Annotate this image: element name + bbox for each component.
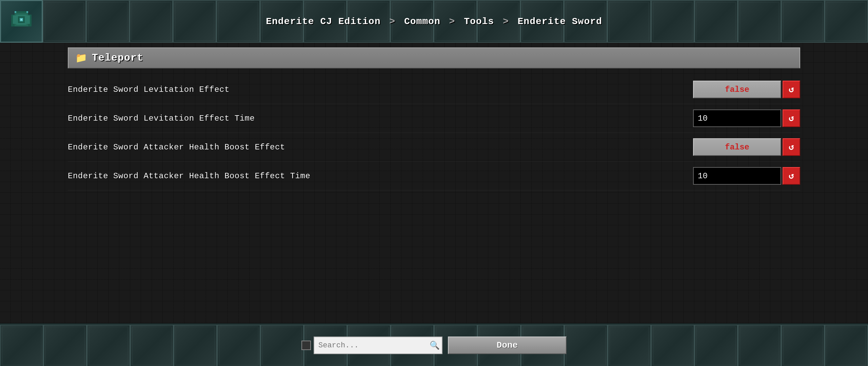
value-input-levitation-time[interactable]: 10 bbox=[693, 109, 781, 127]
top-tile bbox=[607, 0, 651, 43]
bottom-tile bbox=[260, 325, 304, 366]
config-label-health-boost-time: Enderite Sword Attacker Health Boost Eff… bbox=[68, 171, 310, 181]
search-icon: 🔍 bbox=[430, 341, 440, 350]
top-tile bbox=[303, 0, 347, 43]
search-input-wrap: 🔍 bbox=[314, 337, 442, 354]
top-tile bbox=[651, 0, 694, 43]
top-tiles bbox=[0, 0, 868, 43]
top-tile bbox=[173, 0, 216, 43]
bottom-tile bbox=[651, 325, 694, 366]
config-row-levitation-time: Enderite Sword Levitation Effect Time 10… bbox=[68, 104, 800, 133]
value-toggle-health-boost-effect[interactable]: false bbox=[693, 138, 781, 156]
config-control-levitation-time: 10 ↻ bbox=[693, 109, 800, 127]
top-tile bbox=[260, 0, 303, 43]
bottom-tile bbox=[0, 325, 43, 366]
top-tile bbox=[347, 0, 390, 43]
reset-icon: ↻ bbox=[789, 113, 794, 124]
bottom-tile bbox=[130, 325, 174, 366]
bottom-tile bbox=[781, 325, 825, 366]
bottom-tile bbox=[217, 325, 260, 366]
svg-rect-10 bbox=[15, 11, 16, 13]
reset-button-health-boost-effect[interactable]: ↻ bbox=[783, 138, 800, 156]
bottom-tile bbox=[738, 325, 781, 366]
config-label-levitation-time: Enderite Sword Levitation Effect Time bbox=[68, 114, 255, 123]
mod-logo-icon bbox=[8, 8, 35, 35]
top-tile bbox=[694, 0, 738, 43]
config-row-health-boost-time: Enderite Sword Attacker Health Boost Eff… bbox=[68, 162, 800, 190]
logo-slot bbox=[0, 0, 43, 43]
svg-rect-6 bbox=[13, 16, 16, 24]
value-input-health-boost-time[interactable]: 10 bbox=[693, 167, 781, 185]
svg-rect-9 bbox=[21, 19, 22, 21]
bottom-tile bbox=[87, 325, 130, 366]
reset-icon: ↻ bbox=[789, 84, 794, 95]
top-tile bbox=[564, 0, 607, 43]
bottom-tile bbox=[174, 325, 217, 366]
search-container: 🔍 bbox=[301, 337, 442, 354]
bottom-tile bbox=[694, 325, 738, 366]
config-control-levitation-effect: false ↻ bbox=[693, 81, 800, 98]
config-label-levitation-effect: Enderite Sword Levitation Effect bbox=[68, 85, 230, 94]
bottom-tile bbox=[43, 325, 87, 366]
top-tile bbox=[390, 0, 434, 43]
section-header: 📁 Teleport bbox=[68, 47, 800, 68]
top-tile bbox=[477, 0, 520, 43]
search-input[interactable] bbox=[314, 337, 442, 354]
reset-button-levitation-effect[interactable]: ↻ bbox=[783, 81, 800, 98]
config-control-health-boost-effect: false ↻ bbox=[693, 138, 800, 156]
folder-icon: 📁 bbox=[75, 52, 87, 64]
reset-button-levitation-time[interactable]: ↻ bbox=[783, 109, 800, 127]
search-checkbox[interactable] bbox=[301, 341, 311, 350]
top-bar: Enderite CJ Edition > Common > Tools > E… bbox=[0, 0, 868, 43]
reset-button-health-boost-time[interactable]: ↻ bbox=[783, 167, 800, 185]
svg-rect-11 bbox=[26, 11, 28, 13]
bottom-bar: 🔍 Done bbox=[0, 323, 868, 366]
top-tile bbox=[43, 0, 86, 43]
config-row-levitation-effect: Enderite Sword Levitation Effect false ↻ bbox=[68, 75, 800, 104]
section-title: Teleport bbox=[92, 52, 143, 64]
top-tile bbox=[781, 0, 825, 43]
value-toggle-levitation-effect[interactable]: false bbox=[693, 81, 781, 98]
bottom-tile bbox=[825, 325, 868, 366]
done-button[interactable]: Done bbox=[448, 337, 567, 354]
top-tile bbox=[520, 0, 564, 43]
config-label-health-boost-effect: Enderite Sword Attacker Health Boost Eff… bbox=[68, 143, 285, 152]
config-control-health-boost-time: 10 ↻ bbox=[693, 167, 800, 185]
config-row-health-boost-effect: Enderite Sword Attacker Health Boost Eff… bbox=[68, 133, 800, 162]
reset-icon: ↻ bbox=[789, 142, 794, 152]
top-tile bbox=[216, 0, 260, 43]
bottom-tile bbox=[564, 325, 608, 366]
svg-rect-7 bbox=[26, 16, 30, 24]
bottom-tile bbox=[608, 325, 651, 366]
top-tile bbox=[86, 0, 130, 43]
top-tile bbox=[434, 0, 477, 43]
main-content: 📁 Teleport Enderite Sword Levitation Eff… bbox=[68, 47, 800, 319]
top-tile bbox=[130, 0, 173, 43]
top-tile bbox=[738, 0, 781, 43]
reset-icon: ↻ bbox=[789, 170, 794, 181]
top-tile bbox=[825, 0, 868, 43]
